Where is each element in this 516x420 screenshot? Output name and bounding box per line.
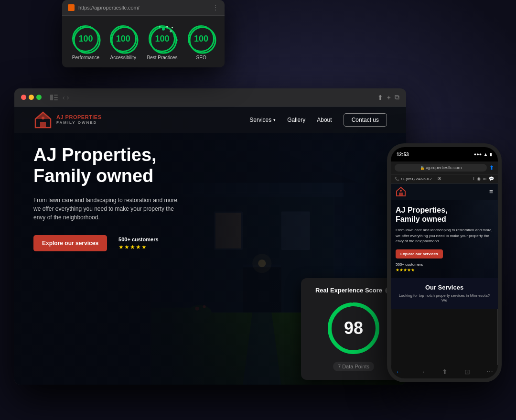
contact-button[interactable]: Contact us [344,113,387,127]
phone-social-icons: f ◉ in 💬 [473,176,494,181]
duplicate-tab-icon[interactable]: ⧉ [395,93,399,101]
phone-status-bar: 12:53 ●●● ▲ ▮ [391,147,498,162]
svg-rect-45 [399,193,403,196]
seo-score: 100 [194,34,208,44]
performance-score: 100 [78,34,93,44]
cta-row: Explore our services 500+ customers ★★★★… [33,235,186,251]
score-performance: 100 Performance [72,25,99,60]
browser-sidebar-toggle[interactable] [50,95,58,100]
best-practices-circle: 100 [149,25,175,52]
wifi-icon: ▲ [484,152,488,157]
nav-about[interactable]: About [317,117,332,123]
browser-action-buttons: ⬆ + ⧉ [377,93,399,101]
site-logo: AJ PROPERTIES FAMILY OWNED [33,110,102,129]
svg-point-6 [162,28,165,31]
phone-bottom-bar: ← → ⬆ ⊡ ⋯ [391,365,498,378]
facebook-icon[interactable]: f [473,176,474,181]
phone-services-title: Our Services [396,284,493,291]
site-nav: AJ PROPERTIES FAMILY OWNED Services ▾ Ga… [14,107,406,133]
hero-content: AJ Properties, Family owned From lawn ca… [33,145,186,251]
browser-chrome: ‹ › ⬆ + ⧉ [14,88,406,107]
lighthouse-url: https://ajpropertiesllc.com/ [78,5,140,11]
phone-back-button[interactable]: ← [396,368,402,376]
svg-point-11 [176,39,178,42]
chevron-down-icon: ▾ [273,118,276,122]
performance-circle: 100 [72,25,99,52]
svg-point-7 [170,30,172,32]
desktop-mockup: ‹ › ⬆ + ⧉ [14,88,406,385]
phone-site-nav: ≡ [391,183,498,200]
best-practices-label: Best Practices [147,55,178,60]
res-title: Real Experience Score [315,287,382,294]
svg-point-9 [172,27,173,28]
signal-icon: ●●● [474,152,482,157]
phone-logo-svg [396,186,406,197]
score-accessibility: 100 Accessibility [110,25,137,60]
maximize-traffic-light[interactable] [36,95,42,100]
hero-title: AJ Properties, Family owned [33,145,186,186]
phone-forward-button[interactable]: → [419,368,426,376]
instagram-icon[interactable]: ◉ [477,176,481,181]
svg-point-41 [42,117,44,119]
svg-point-46 [400,190,402,192]
lighthouse-header: https://ajpropertiesllc.com/ ⋮ [62,0,225,16]
res-gauge: 98 [325,300,382,357]
close-traffic-light[interactable] [21,95,26,100]
accessibility-circle: 100 [110,25,137,52]
phone-url-bar[interactable]: 🔒 ajpropertiesllc.com [395,164,487,172]
lighthouse-favicon [68,4,75,11]
phone-hero-subtitle: From lawn care and landscaping to restor… [396,227,493,244]
phone-services-subtitle: Looking for top-notch property services … [396,293,493,303]
minimize-traffic-light[interactable] [29,95,34,100]
accessibility-score: 100 [116,34,130,44]
forward-button[interactable]: › [67,94,69,101]
phone-customers-count: 500+ customers [396,262,493,267]
email-icon[interactable]: ✉ [438,176,441,181]
svg-rect-40 [40,122,46,128]
battery-icon: ▮ [490,152,492,157]
new-tab-icon[interactable]: + [387,94,391,101]
phone-share-action-button[interactable]: ⬆ [442,368,448,376]
logo-svg [33,110,53,129]
svg-rect-16 [54,95,58,96]
browser-nav-buttons: ‹ › [63,94,69,101]
lighthouse-scores: 100 Performance 100 Accessibility 100 [62,16,225,67]
phone-share-button[interactable]: ⬆ [489,164,494,171]
linkedin-icon[interactable]: in [483,176,486,181]
res-score-number: 98 [344,318,363,338]
phone-number-item[interactable]: 📞 +1 (651) 242-6017 [395,177,432,181]
best-practices-score: 100 [155,34,169,44]
share-icon[interactable]: ⬆ [377,94,383,101]
phone-icon: 📞 [395,177,399,181]
phone-tabs-button[interactable]: ⋯ [486,368,493,376]
traffic-lights [21,95,42,100]
nav-services[interactable]: Services ▾ [249,117,276,123]
res-title-row: Real Experience Score i [310,287,398,294]
phone-cta-button[interactable]: Explore our services [396,249,443,258]
hero-subtitle: From lawn care and landscaping to restor… [33,196,186,222]
phone-contact-bar: 📞 +1 (651) 242-6017 ✉ f ◉ in 💬 [391,174,498,183]
performance-label: Performance [72,55,99,60]
phone-services-section: Our Services Looking for top-notch prope… [391,278,498,309]
score-best-practices: 100 Best Practices [147,25,178,60]
phone-menu-icon[interactable]: ≡ [489,188,493,195]
svg-point-12 [159,26,161,28]
score-seo: 100 SEO [188,25,215,60]
customers-count: 500+ customers [118,237,158,242]
svg-rect-18 [54,99,58,100]
website-content: AJ PROPERTIES FAMILY OWNED Services ▾ Ga… [14,107,406,385]
svg-point-8 [173,35,176,38]
lighthouse-card: https://ajpropertiesllc.com/ ⋮ 100 Perfo… [62,0,225,67]
phone-hero-title: AJ Properties, Family owned [396,205,493,224]
explore-services-button[interactable]: Explore our services [33,235,107,251]
phone-bookmark-button[interactable]: ⊡ [464,368,470,376]
nav-gallery[interactable]: Gallery [287,117,305,123]
logo-text: AJ PROPERTIES FAMILY OWNED [56,114,102,125]
lighthouse-menu[interactable]: ⋮ [212,4,219,11]
accessibility-label: Accessibility [110,55,136,60]
back-button[interactable]: ‹ [63,94,65,101]
svg-rect-17 [54,97,58,98]
site-nav-links: Services ▾ Gallery About Contact us [249,113,387,127]
whatsapp-icon[interactable]: 💬 [489,176,494,181]
svg-rect-15 [50,95,53,100]
